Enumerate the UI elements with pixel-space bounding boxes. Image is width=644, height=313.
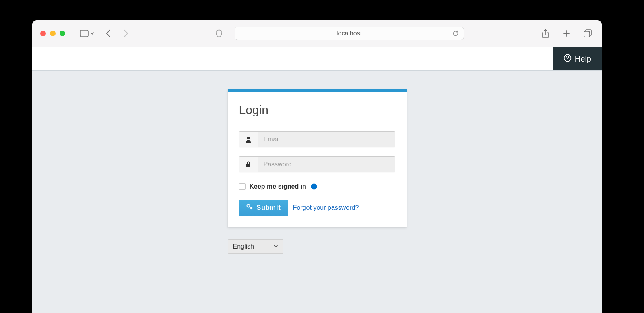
maximize-window-button[interactable] (60, 31, 65, 36)
browser-window: localhost (32, 20, 602, 313)
forward-button[interactable] (121, 28, 130, 39)
info-icon[interactable] (310, 183, 318, 190)
minimize-window-button[interactable] (50, 31, 56, 36)
lock-icon (239, 156, 258, 172)
sidebar-toggle-button[interactable] (80, 30, 94, 37)
submit-row: Submit Forgot your password? (239, 200, 395, 216)
page-content: Help Login (32, 47, 602, 313)
forgot-password-link[interactable]: Forgot your password? (293, 204, 359, 211)
svg-rect-0 (80, 30, 88, 37)
keep-signed-label: Keep me signed in (250, 183, 306, 190)
url-text: localhost (235, 30, 464, 37)
language-select[interactable]: English (228, 239, 283, 254)
language-row: English (228, 239, 407, 254)
user-icon (239, 131, 258, 147)
back-button[interactable] (104, 28, 114, 39)
svg-rect-10 (246, 164, 250, 167)
tab-overview-button[interactable] (582, 27, 594, 39)
chevron-down-icon (273, 243, 278, 250)
svg-point-12 (314, 184, 314, 185)
share-button[interactable] (540, 27, 551, 39)
submit-label: Submit (257, 204, 281, 211)
svg-rect-13 (314, 186, 314, 189)
close-window-button[interactable] (40, 31, 46, 36)
nav-buttons (104, 28, 130, 39)
submit-button[interactable]: Submit (239, 200, 288, 216)
reload-button[interactable] (452, 29, 460, 37)
key-icon (246, 204, 253, 212)
main-area: Login (32, 71, 602, 313)
toolbar-right (540, 27, 594, 39)
window-controls (40, 31, 65, 36)
svg-point-9 (247, 137, 250, 139)
login-title: Login (239, 103, 395, 117)
help-button[interactable]: Help (553, 47, 602, 70)
svg-point-8 (567, 60, 568, 60)
password-input[interactable] (258, 156, 395, 172)
help-label: Help (575, 54, 591, 64)
help-icon (564, 54, 572, 64)
url-bar[interactable]: localhost (235, 27, 464, 40)
email-input[interactable] (258, 131, 395, 147)
keep-signed-checkbox[interactable] (239, 183, 246, 190)
language-selected-label: English (233, 243, 254, 250)
password-group (239, 156, 395, 172)
svg-rect-6 (584, 31, 590, 37)
new-tab-button[interactable] (561, 28, 572, 39)
privacy-shield-icon[interactable] (214, 28, 224, 39)
email-group (239, 131, 395, 147)
login-card: Login (228, 89, 407, 227)
top-bar: Help (32, 47, 602, 71)
keep-signed-row: Keep me signed in (239, 183, 395, 190)
browser-toolbar: localhost (32, 20, 602, 47)
